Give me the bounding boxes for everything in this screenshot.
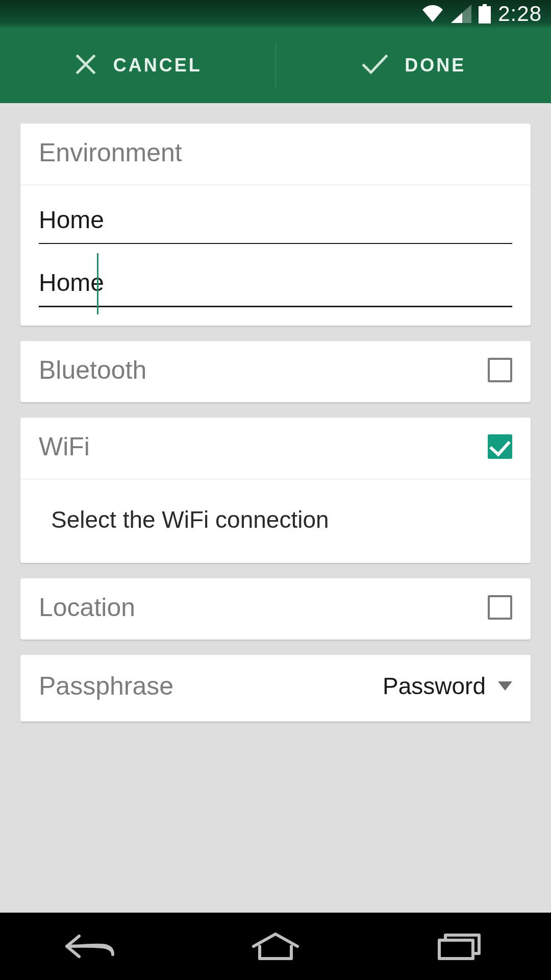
status-time: 2:28 — [498, 2, 542, 26]
svg-rect-0 — [483, 4, 487, 6]
passphrase-card: Passphrase Password — [20, 655, 531, 722]
bluetooth-title: Bluetooth — [39, 355, 146, 385]
passphrase-dropdown[interactable]: Password — [383, 672, 512, 700]
done-label: DONE — [405, 55, 466, 76]
recents-button[interactable] — [431, 931, 487, 962]
close-icon — [73, 52, 98, 79]
content-area: Environment Bluetooth WiFi Select the Wi… — [0, 103, 551, 722]
svg-rect-4 — [439, 940, 473, 959]
wifi-title: WiFi — [39, 432, 90, 461]
chevron-down-icon — [498, 681, 512, 691]
location-card: Location — [20, 578, 531, 640]
environment-name-input[interactable] — [39, 198, 512, 244]
battery-icon — [479, 4, 491, 23]
cancel-button[interactable]: CANCEL — [0, 52, 276, 79]
wifi-select-label: Select the WiFi connection — [51, 506, 329, 533]
check-icon — [361, 52, 389, 79]
action-bar: CANCEL DONE — [0, 28, 551, 103]
location-title: Location — [39, 593, 135, 622]
cell-signal-icon — [451, 5, 471, 23]
environment-desc-input[interactable] — [39, 260, 512, 307]
passphrase-dropdown-value: Password — [383, 672, 486, 700]
bluetooth-checkbox[interactable] — [488, 358, 512, 382]
bluetooth-card: Bluetooth — [20, 341, 531, 402]
cancel-label: CANCEL — [113, 55, 202, 76]
wifi-icon — [421, 5, 444, 23]
wifi-checkbox[interactable] — [488, 434, 512, 459]
wifi-card: WiFi Select the WiFi connection — [20, 418, 531, 563]
wifi-row[interactable]: WiFi — [20, 418, 531, 479]
back-button[interactable] — [64, 931, 120, 962]
wifi-select-row[interactable]: Select the WiFi connection — [20, 479, 531, 563]
location-row[interactable]: Location — [20, 578, 531, 640]
environment-title: Environment — [39, 138, 182, 167]
svg-rect-1 — [479, 6, 491, 23]
status-bar: 2:28 — [0, 0, 551, 28]
passphrase-title: Passphrase — [39, 671, 173, 701]
bluetooth-row[interactable]: Bluetooth — [20, 341, 531, 402]
home-button[interactable] — [247, 931, 304, 962]
done-button[interactable]: DONE — [276, 52, 552, 79]
environment-card: Environment — [20, 124, 531, 326]
passphrase-row: Passphrase Password — [20, 655, 531, 722]
location-checkbox[interactable] — [488, 595, 512, 620]
system-nav-bar — [0, 913, 551, 980]
environment-header: Environment — [20, 124, 531, 185]
